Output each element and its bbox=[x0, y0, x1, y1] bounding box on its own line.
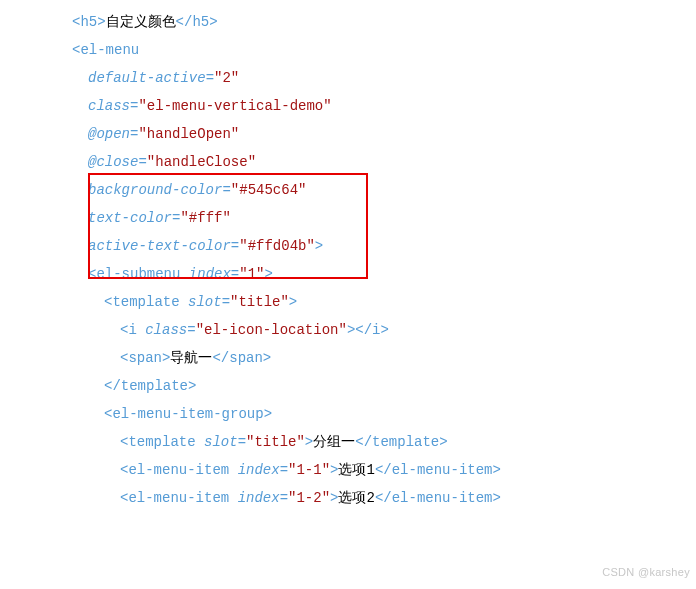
code-token: <el-menu-item-group> bbox=[104, 406, 272, 422]
code-line: active-text-color="#ffd04b"> bbox=[0, 232, 696, 260]
code-line: @open="handleOpen" bbox=[0, 120, 696, 148]
code-line: @close="handleClose" bbox=[0, 148, 696, 176]
code-token: "title" bbox=[246, 434, 305, 450]
code-token: = bbox=[238, 434, 246, 450]
code-token: <el-submenu bbox=[88, 266, 189, 282]
code-token: </template> bbox=[104, 378, 196, 394]
code-token: index bbox=[238, 462, 280, 478]
code-token: 自定义颜色 bbox=[106, 14, 176, 30]
code-token: "1-1" bbox=[288, 462, 330, 478]
code-token: slot bbox=[188, 294, 222, 310]
code-line: <el-submenu index="1"> bbox=[0, 260, 696, 288]
code-token: = bbox=[222, 294, 230, 310]
watermark-text: CSDN @karshey bbox=[602, 561, 690, 583]
code-token: "el-menu-vertical-demo" bbox=[138, 98, 331, 114]
code-token: ></i> bbox=[347, 322, 389, 338]
code-token: <el-menu-item bbox=[120, 490, 238, 506]
code-token: "#545c64" bbox=[231, 182, 307, 198]
code-line: <h5>自定义颜色</h5> bbox=[0, 8, 696, 36]
code-token: "handleClose" bbox=[147, 154, 256, 170]
code-token: = bbox=[138, 154, 146, 170]
code-token: > bbox=[289, 294, 297, 310]
code-line: </template> bbox=[0, 372, 696, 400]
code-token: = bbox=[280, 490, 288, 506]
code-token: <i bbox=[120, 322, 145, 338]
code-line: <template slot="title">分组一</template> bbox=[0, 428, 696, 456]
code-token: @open bbox=[88, 126, 130, 142]
code-token: "1" bbox=[239, 266, 264, 282]
code-line: <i class="el-icon-location"></i> bbox=[0, 316, 696, 344]
code-token: = bbox=[187, 322, 195, 338]
code-token: slot bbox=[204, 434, 238, 450]
code-token: "handleOpen" bbox=[138, 126, 239, 142]
code-token: "#fff" bbox=[180, 210, 230, 226]
code-line: <template slot="title"> bbox=[0, 288, 696, 316]
code-line: text-color="#fff" bbox=[0, 204, 696, 232]
code-token: "#ffd04b" bbox=[239, 238, 315, 254]
code-token: <el-menu-item bbox=[120, 462, 238, 478]
code-line: class="el-menu-vertical-demo" bbox=[0, 92, 696, 120]
code-token: </el-menu-item> bbox=[375, 490, 501, 506]
code-token: 选项2 bbox=[338, 490, 374, 506]
code-token: = bbox=[280, 462, 288, 478]
code-token: = bbox=[206, 70, 214, 86]
code-token: index bbox=[189, 266, 231, 282]
code-token: text-color bbox=[88, 210, 172, 226]
code-line: <el-menu-item index="1-2">选项2</el-menu-i… bbox=[0, 484, 696, 512]
code-token: default-active bbox=[88, 70, 206, 86]
code-line: <el-menu bbox=[0, 36, 696, 64]
code-token: > bbox=[305, 434, 313, 450]
code-token: = bbox=[231, 266, 239, 282]
code-token: "title" bbox=[230, 294, 289, 310]
code-line: background-color="#545c64" bbox=[0, 176, 696, 204]
code-token: = bbox=[231, 238, 239, 254]
code-token: > bbox=[315, 238, 323, 254]
code-token: </template> bbox=[355, 434, 447, 450]
code-token: <el-menu bbox=[72, 42, 139, 58]
code-token: active-text-color bbox=[88, 238, 231, 254]
code-lines-container: <h5>自定义颜色</h5><el-menudefault-active="2"… bbox=[0, 8, 696, 512]
code-token: <h5> bbox=[72, 14, 106, 30]
code-token: </el-menu-item> bbox=[375, 462, 501, 478]
code-token: <span> bbox=[120, 350, 170, 366]
code-token: index bbox=[238, 490, 280, 506]
code-token: "2" bbox=[214, 70, 239, 86]
code-line: <el-menu-item index="1-1">选项1</el-menu-i… bbox=[0, 456, 696, 484]
code-token: = bbox=[222, 182, 230, 198]
code-token: background-color bbox=[88, 182, 222, 198]
code-token: 导航一 bbox=[170, 350, 212, 366]
code-token: <template bbox=[120, 434, 204, 450]
code-token: </span> bbox=[212, 350, 271, 366]
code-line: <span>导航一</span> bbox=[0, 344, 696, 372]
code-token: "el-icon-location" bbox=[196, 322, 347, 338]
code-line: <el-menu-item-group> bbox=[0, 400, 696, 428]
code-token: class bbox=[145, 322, 187, 338]
code-token: > bbox=[264, 266, 272, 282]
code-token: @close bbox=[88, 154, 138, 170]
code-block: <h5>自定义颜色</h5><el-menudefault-active="2"… bbox=[0, 0, 696, 512]
code-token: 分组一 bbox=[313, 434, 355, 450]
code-token: </h5> bbox=[176, 14, 218, 30]
code-token: class bbox=[88, 98, 130, 114]
code-line: default-active="2" bbox=[0, 64, 696, 92]
code-token: <template bbox=[104, 294, 188, 310]
code-token: 选项1 bbox=[338, 462, 374, 478]
code-token: "1-2" bbox=[288, 490, 330, 506]
